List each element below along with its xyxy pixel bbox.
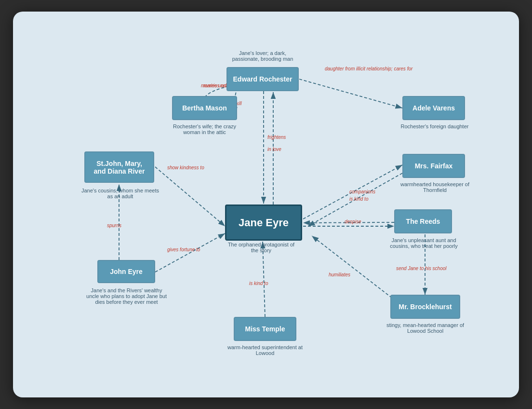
- node-miss-temple: Miss Temple: [234, 317, 296, 341]
- label-send-jane: send Jane to his school: [396, 266, 447, 271]
- label-daughter: daughter from illicit relationship; care…: [325, 66, 412, 71]
- desc-rochester: Jane's lover; a dark, passionate, broodi…: [229, 50, 296, 62]
- desc-bertha: Rochester's wife; the crazy woman in the…: [165, 123, 244, 135]
- reeds-label: The Reeds: [406, 218, 440, 225]
- label-despise: despise: [345, 219, 361, 224]
- label-companions: companions: [349, 189, 375, 194]
- node-bertha: Bertha Mason: [172, 96, 237, 120]
- desc-rivers: Jane's cousins, whom she meets as an adu…: [80, 188, 160, 199]
- label-is-kind-temple: is kind to: [249, 281, 268, 286]
- label-in-love: in love: [267, 147, 281, 152]
- label-frightens: frightens: [267, 135, 286, 140]
- label-humiliates: humiliates: [329, 272, 350, 277]
- label-is-kind-fairfax: is kind to: [349, 196, 368, 202]
- brocklehurst-label: Mr. Brocklehurst: [399, 303, 452, 311]
- rivers-label: St.John, Mary, and Diana River: [90, 160, 148, 175]
- node-reeds: The Reeds: [394, 209, 452, 233]
- jane-eyre-label: Jane Eyre: [239, 217, 289, 229]
- node-fairfax: Mrs. Fairfax: [402, 154, 465, 178]
- desc-adele: Rochester's foreign daughter: [396, 123, 473, 129]
- label-show-kindness: show kindness to: [167, 165, 204, 170]
- miss-temple-label: Miss Temple: [245, 325, 285, 333]
- desc-fairfax: warmhearted housekeeper of Thornfield: [395, 181, 475, 193]
- adele-label: Adele Varens: [412, 104, 455, 112]
- bertha-label: Bertha Mason: [182, 104, 227, 112]
- diagram-card: marries under pressure marries under pre…: [13, 12, 519, 397]
- label-spurns: spurns: [107, 223, 121, 228]
- desc-brocklehurst: stingy, mean-hearted manager of Lowood S…: [383, 322, 467, 334]
- node-adele: Adele Varens: [402, 96, 465, 120]
- node-john-eyre: John Eyre: [97, 260, 155, 283]
- node-rivers: St.John, Mary, and Diana River: [84, 151, 154, 183]
- node-rochester: Edward Rochester: [226, 67, 299, 91]
- desc-john-eyre: Jane's and the Rivers' wealthy uncle who…: [84, 287, 169, 305]
- node-brocklehurst: Mr. Brocklehurst: [390, 295, 460, 319]
- node-jane-eyre: Jane Eyre: [225, 204, 302, 241]
- john-eyre-label: John Eyre: [110, 268, 143, 275]
- rochester-label: Edward Rochester: [233, 75, 293, 83]
- desc-miss-temple: warm-hearted superintendent at Lowood: [226, 344, 304, 356]
- label-gives-fortune: gives fortune to: [167, 247, 200, 252]
- desc-reeds: Jane's unpleasant aunt and cousins, who …: [382, 237, 466, 249]
- fairfax-label: Mrs. Fairfax: [415, 162, 453, 170]
- desc-jane-eyre: The orphaned protagonist of the story: [225, 242, 297, 253]
